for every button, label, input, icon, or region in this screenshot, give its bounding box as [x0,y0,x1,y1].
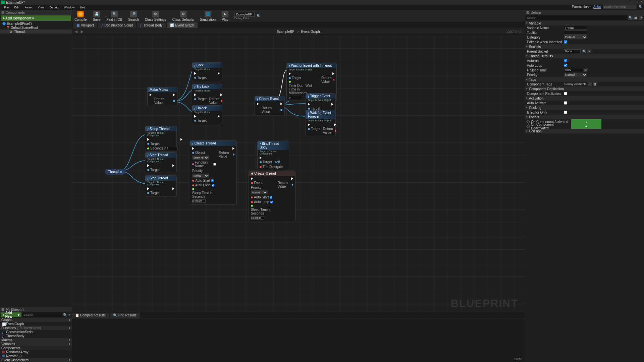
var-randomsarray-item[interactable]: RandomsArray [0,350,72,354]
myblueprint-search-input[interactable] [22,312,62,317]
replicates-checkbox[interactable] [564,92,567,95]
timeout-input[interactable] [289,96,302,99]
components-category[interactable]: Components [0,346,72,350]
editoronly-checkbox[interactable] [564,111,567,114]
add-dispatcher-button[interactable]: + [68,358,70,362]
section-sockets[interactable]: Sockets [525,44,644,49]
autostart-checkbox[interactable] [211,179,214,182]
classsettings-button[interactable]: ⚙Class Settings [144,10,168,22]
macros-category[interactable]: Macros+ [0,338,72,342]
node-create-thread-2[interactable]: ◈ Create Thread Event PriorityNormal Aut… [249,171,296,221]
node-start-thread[interactable]: ƒ Start ThreadTarget is Thread Component… [145,152,177,173]
classdefaults-button[interactable]: ⚙Class Defaults [171,10,195,22]
autoloop-checkbox[interactable] [270,201,273,203]
add-function-button[interactable]: + [68,326,70,330]
menu-edit[interactable]: Edit [12,6,22,9]
node-sleep-thread[interactable]: ƒ Sleep ThreadTarget is Thread Component… [145,126,177,152]
parent-socket-input[interactable] [564,49,581,53]
asset-select[interactable]: Select Asset [192,156,209,160]
menu-file[interactable]: File [1,6,12,9]
findcb-button[interactable]: 🔍Find in CB [105,10,123,22]
event-graph-canvas[interactable]: Make Mutex Return Value ƒ LockTarget is … [72,35,525,312]
add-activated-event-button[interactable]: + [571,119,601,124]
search-icon[interactable]: 🔍 [628,15,633,20]
priority-select[interactable]: Normal [251,190,268,194]
priority-select[interactable]: Normal [192,174,209,178]
section-events[interactable]: Events [525,115,644,119]
details-search-input[interactable] [526,15,627,20]
node-unlock[interactable]: ƒ UnlockTarget is Mutex Target [192,105,222,124]
node-bind-thread-body[interactable]: ƒ BindThread BodyTarget is Thread Compon… [257,141,289,170]
add-new-button[interactable]: Add New ▾ [1,312,21,317]
threadbody-item[interactable]: ƒThreadBody [0,334,72,338]
var-newvar0-item[interactable]: NewVar_0 [0,354,72,358]
bp-root-item[interactable]: 🔷ExampleBP(self) [0,21,72,25]
add-component-button[interactable]: Add Component ▾ [1,15,71,21]
tooltip-input[interactable] [564,31,587,35]
node-create-thread-1[interactable]: ƒ Create Thread Object Select Asset Func… [190,140,237,204]
fn-checkbox[interactable] [213,163,216,166]
breadcrumb-root[interactable]: ExampleBP [277,30,294,34]
play-button[interactable]: ▶Play [220,10,230,22]
clear-socket-button[interactable]: × [587,49,591,53]
section-component-replication[interactable]: Component Replication [525,86,644,91]
node-make-mutex[interactable]: Make Mutex Return Value [147,87,177,106]
minimize-button[interactable]: — [630,0,633,4]
node-try-lock[interactable]: ƒ Try LockTarget is Mutex TargetReturn V… [192,84,222,106]
help-search-input[interactable] [603,5,637,9]
variable-name-input[interactable] [564,26,587,30]
eventdispatchers-category[interactable]: Event Dispatchers+ [0,358,72,362]
editable-inherited-checkbox[interactable] [564,40,567,44]
node-wait-event-forever[interactable]: ƒ Wait for Event ForeverTarget is Event … [306,110,336,136]
save-button[interactable]: 💾Save [92,10,102,22]
close-button[interactable]: × [641,0,643,4]
bp-search-input[interactable] [234,12,255,17]
clear-tags-button[interactable]: 🗑 [593,82,597,86]
menu-debug[interactable]: Debug [47,6,61,9]
add-graph-button[interactable]: + [68,318,70,322]
search-button[interactable]: 🔎Search [127,10,140,22]
node-stop-thread[interactable]: ƒ Stop ThreadTarget is Thread Component … [145,175,177,196]
constructionscript-item[interactable]: ƒConstructionScript [0,330,72,334]
category-select[interactable]: Default [564,35,587,39]
autostart-checkbox[interactable] [270,196,272,199]
pick-socket-button[interactable]: 🔍 [582,49,586,53]
node-create-event[interactable]: ƒ Create Event Return Value [255,96,285,115]
search-icon[interactable]: 🔍 [639,5,643,9]
tab-thread-body[interactable]: ƒThread Body [137,22,166,28]
eye-icon[interactable]: 👁 [639,15,643,20]
sleeptime-input[interactable] [251,216,264,220]
autoloop-checkbox[interactable] [564,64,567,67]
tab-viewport[interactable]: ▦Viewport [73,22,97,28]
menu-view[interactable]: View [35,6,47,9]
thread-component-item[interactable]: ⚙Thread [0,29,72,34]
node-trigger-event[interactable]: ƒ Trigger EventTarget is Event Object Ta… [306,93,336,112]
tab-compiler-results[interactable]: 📋 Compiler Results [72,313,109,318]
nav-back-button[interactable]: ◄ [74,29,78,34]
menu-asset[interactable]: Asset [22,6,35,9]
functions-category[interactable]: Functions (19 Overridable)+ [0,326,72,330]
tab-event-graph[interactable]: 📊Event Graph [167,22,198,28]
tab-find-results[interactable]: 🔍 Find Results [110,313,140,318]
add-deactivated-event-button[interactable]: + [571,124,601,129]
parent-class-link[interactable]: Actor [593,5,601,9]
grid-icon[interactable]: ▦ [633,15,638,20]
sleep-time-input[interactable] [564,68,582,72]
autorun-checkbox[interactable] [564,59,567,62]
menu-help[interactable]: Help [77,6,89,9]
add-variable-button[interactable]: + [68,342,70,346]
search-icon[interactable]: 🔍 [63,313,67,317]
node-lock[interactable]: ƒ LockTarget is Mutex Target [192,62,222,81]
section-variable[interactable]: Variable [525,21,644,25]
maximize-button[interactable]: □ [636,0,638,4]
eventgraph-item[interactable]: 📊EventGraph [0,322,72,326]
sleeptime-input[interactable] [192,199,206,203]
add-macro-button[interactable]: + [68,338,70,342]
variables-category[interactable]: Variables+ [0,342,72,346]
priority-select[interactable]: Normal [564,73,587,77]
graphs-category[interactable]: Graphs+ [0,318,72,322]
simulation-button[interactable]: 🌐Simulation [199,10,217,22]
tab-construction-script[interactable]: ƒConstruction Script [98,22,136,28]
default-scene-root-item[interactable]: 📍DefaultSceneRoot [0,25,72,29]
seconds-input[interactable] [164,147,178,150]
